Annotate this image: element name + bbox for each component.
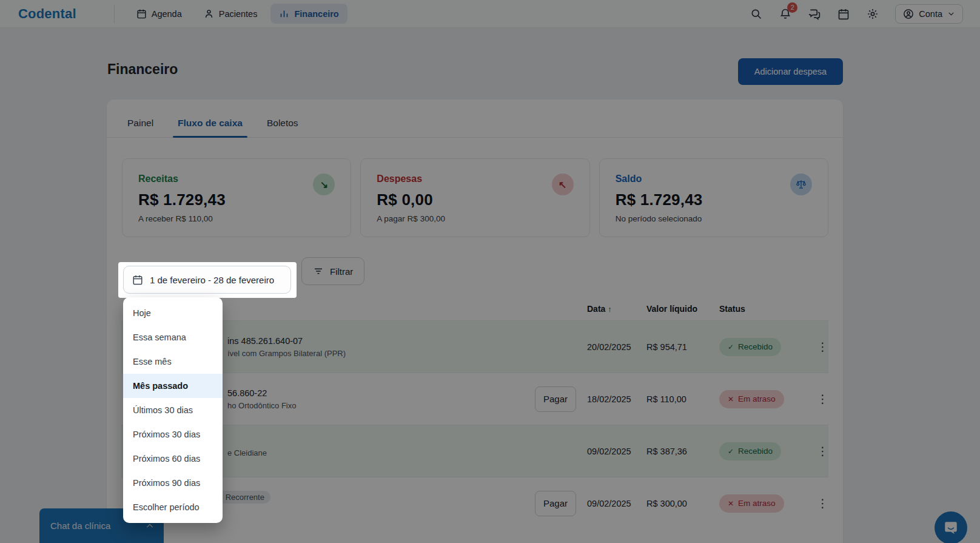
date-range-spotlight: 1 de fevereiro - 28 de fevereiro <box>118 262 297 298</box>
period-dropdown: Hoje Essa semana Esse mês Mês passado Úl… <box>123 297 223 523</box>
period-option-hoje[interactable]: Hoje <box>123 301 223 325</box>
period-option-ultimos-30-dias[interactable]: Últimos 30 dias <box>123 398 223 422</box>
calendar-icon <box>132 274 143 285</box>
date-range-label: 1 de fevereiro - 28 de fevereiro <box>150 275 274 285</box>
period-option-proximos-60-dias[interactable]: Próximos 60 dias <box>123 447 223 471</box>
period-option-esse-mes[interactable]: Esse mês <box>123 349 223 374</box>
period-option-proximos-90-dias[interactable]: Próximos 90 dias <box>123 471 223 495</box>
date-range-button[interactable]: 1 de fevereiro - 28 de fevereiro <box>123 266 291 294</box>
period-option-mes-passado[interactable]: Mês passado <box>123 374 223 398</box>
period-option-essa-semana[interactable]: Essa semana <box>123 325 223 349</box>
period-option-proximos-30-dias[interactable]: Próximos 30 dias <box>123 422 223 447</box>
period-option-escolher-periodo[interactable]: Escolher período <box>123 495 223 519</box>
